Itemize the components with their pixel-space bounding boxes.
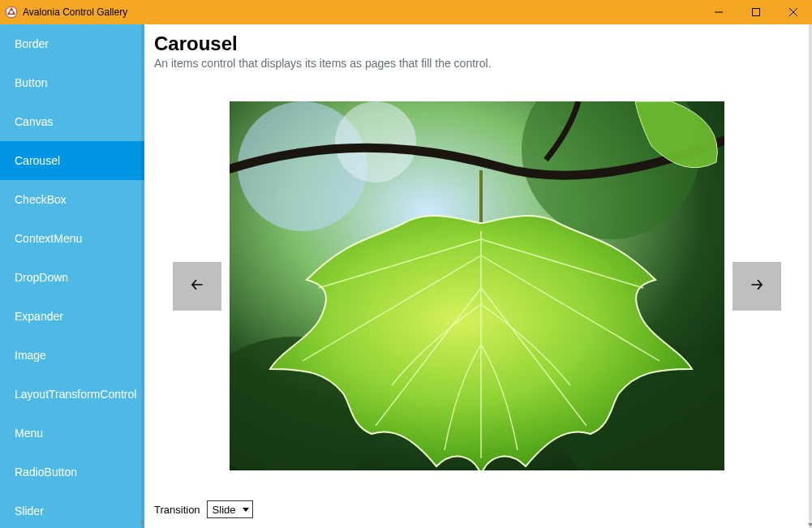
- sidebar-item-label: Carousel: [15, 154, 60, 167]
- sidebar-item-label: RadioButton: [15, 466, 77, 479]
- sidebar-item-label: Border: [15, 37, 49, 50]
- svg-point-10: [335, 101, 416, 182]
- carousel-image: [230, 101, 724, 470]
- sidebar-item-border[interactable]: Border: [0, 24, 144, 63]
- sidebar-item-label: Expander: [15, 310, 63, 323]
- sidebar-item-label: CheckBox: [15, 193, 67, 206]
- chevron-down-icon: [243, 508, 249, 512]
- maximize-button[interactable]: [737, 0, 775, 24]
- transition-row: Transition Slide: [154, 494, 799, 518]
- transition-label: Transition: [154, 504, 200, 516]
- content-scrollbar[interactable]: [809, 24, 812, 528]
- sidebar-item-carousel[interactable]: Carousel: [0, 141, 144, 180]
- svg-rect-4: [753, 9, 760, 16]
- sidebar-item-label: LayoutTransformControl: [15, 388, 136, 401]
- sidebar-item-label: Button: [15, 76, 47, 89]
- transition-select-value: Slide: [213, 504, 236, 516]
- window-title: Avalonia Control Gallery: [23, 6, 127, 18]
- arrow-right-icon: [750, 277, 764, 294]
- sidebar-item-label: Slider: [15, 504, 44, 517]
- sidebar-item-label: DropDown: [15, 271, 68, 284]
- sidebar-item-button[interactable]: Button: [0, 63, 144, 102]
- sidebar-item-checkbox[interactable]: CheckBox: [0, 180, 144, 219]
- sidebar-item-menu[interactable]: Menu: [0, 414, 144, 453]
- client-area: Border Button Canvas Carousel CheckBox C…: [0, 24, 812, 528]
- sidebar: Border Button Canvas Carousel CheckBox C…: [0, 24, 144, 528]
- page-description: An items control that displays its items…: [154, 57, 799, 70]
- page-title: Carousel: [154, 32, 799, 55]
- sidebar-item-label: ContextMenu: [15, 232, 82, 245]
- sidebar-item-canvas[interactable]: Canvas: [0, 102, 144, 141]
- carousel-prev-button[interactable]: [173, 262, 221, 311]
- close-button[interactable]: [775, 0, 812, 24]
- sidebar-item-layouttransformcontrol[interactable]: LayoutTransformControl: [0, 375, 144, 414]
- app-icon: [5, 6, 18, 19]
- sidebar-item-image[interactable]: Image: [0, 336, 144, 375]
- sidebar-item-radiobutton[interactable]: RadioButton: [0, 453, 144, 492]
- svg-point-2: [10, 11, 13, 14]
- carousel-next-button[interactable]: [733, 262, 781, 311]
- sidebar-item-dropdown[interactable]: DropDown: [0, 258, 144, 297]
- minimize-button[interactable]: [700, 0, 737, 24]
- title-bar: Avalonia Control Gallery: [0, 0, 812, 24]
- sidebar-item-label: Canvas: [15, 115, 53, 128]
- arrow-left-icon: [190, 277, 204, 294]
- content-panel: Carousel An items control that displays …: [144, 24, 809, 528]
- sidebar-item-label: Image: [15, 349, 46, 362]
- chevron-down-icon: [809, 523, 812, 526]
- sidebar-item-expander[interactable]: Expander: [0, 297, 144, 336]
- transition-select[interactable]: Slide: [207, 500, 253, 518]
- sidebar-item-label: Menu: [15, 427, 43, 440]
- sidebar-item-slider[interactable]: Slider: [0, 492, 144, 528]
- carousel: [154, 78, 799, 494]
- sidebar-item-contextmenu[interactable]: ContextMenu: [0, 219, 144, 258]
